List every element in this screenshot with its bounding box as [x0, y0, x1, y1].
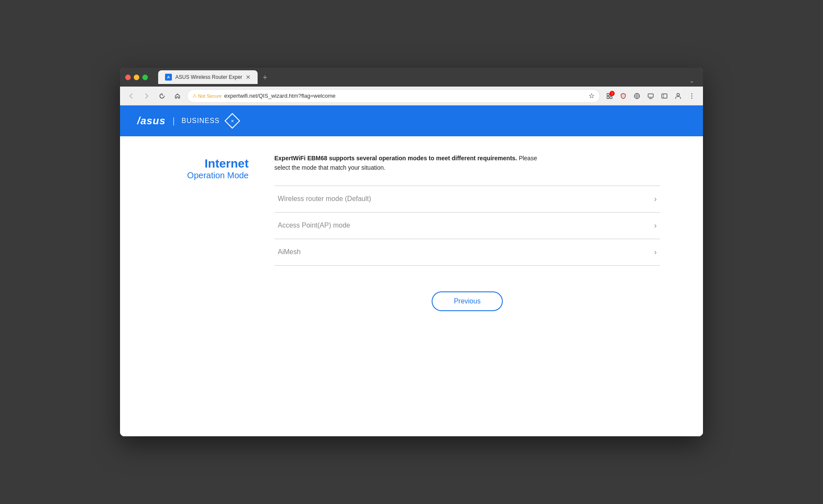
privacy-shield-icon: [620, 93, 627, 99]
browser-tab[interactable]: A ASUS Wireless Router Exper ✕: [158, 70, 258, 84]
mode-label-wireless-router: Wireless router mode (Default): [278, 195, 371, 203]
cast-icon[interactable]: [645, 90, 657, 102]
svg-point-8: [691, 93, 692, 94]
extensions-icon[interactable]: [604, 90, 616, 102]
section-title-internet: Internet: [163, 157, 249, 171]
titlebar: A ASUS Wireless Router Exper ✕ + ⌄: [120, 68, 703, 87]
page-content: /asus | BUSINESS ✕ Internet Operation Mo…: [120, 105, 703, 436]
svg-point-7: [677, 93, 679, 96]
main-content: Internet Operation Mode ExpertWiFi EBM68…: [120, 136, 703, 393]
asus-logo: /asus | BUSINESS ✕: [137, 115, 238, 127]
minimize-button[interactable]: [134, 75, 139, 80]
new-tab-button[interactable]: +: [259, 72, 271, 84]
profile-icon[interactable]: [672, 90, 684, 102]
home-button[interactable]: [171, 90, 183, 102]
asus-header: /asus | BUSINESS ✕: [120, 105, 703, 136]
maximize-button[interactable]: [142, 75, 148, 80]
warning-icon: ⚠: [192, 93, 197, 99]
browser-toolbar: ⚠ Not Secure expertwifi.net/QIS_wizard.h…: [120, 87, 703, 105]
panel-icon: [661, 93, 668, 99]
traffic-lights: [125, 75, 148, 80]
svg-rect-6: [662, 94, 667, 98]
shield-icon[interactable]: [617, 90, 629, 102]
tab-close-button[interactable]: ✕: [246, 74, 251, 81]
back-button[interactable]: [125, 90, 137, 102]
asus-brand-text: /asus: [137, 115, 165, 127]
svg-rect-5: [648, 94, 653, 97]
security-label: Not Secure: [198, 93, 222, 99]
three-dots-menu-icon: [688, 93, 695, 99]
tab-expand-icon[interactable]: ⌄: [689, 77, 694, 84]
toolbar-actions: [604, 90, 698, 102]
mode-list: Wireless router mode (Default) › Access …: [274, 186, 660, 266]
browser-window: A ASUS Wireless Router Exper ✕ + ⌄: [120, 68, 703, 436]
chevron-right-icon-aimesh: ›: [654, 248, 657, 257]
address-bar[interactable]: ⚠ Not Secure expertwifi.net/QIS_wizard.h…: [187, 89, 600, 103]
chevron-right-icon-ap: ›: [654, 221, 657, 230]
previous-button[interactable]: Previous: [432, 291, 503, 311]
section-title-mode: Operation Mode: [163, 171, 249, 180]
brand-divider: |: [172, 116, 174, 126]
tab-title: ASUS Wireless Router Exper: [175, 74, 242, 80]
mode-item-wireless-router[interactable]: Wireless router mode (Default) ›: [274, 186, 660, 213]
description-text: ExpertWiFi EBM68 supports several operat…: [274, 153, 540, 173]
svg-point-10: [691, 97, 692, 98]
button-area: Previous: [274, 291, 660, 311]
user-profile-icon: [675, 93, 682, 99]
mode-label-access-point: Access Point(AP) mode: [278, 222, 350, 229]
svg-rect-3: [610, 96, 612, 99]
security-indicator: ⚠ Not Secure: [192, 93, 222, 99]
forward-button[interactable]: [141, 90, 153, 102]
browser-chrome: A ASUS Wireless Router Exper ✕ + ⌄: [120, 68, 703, 105]
svg-rect-1: [610, 93, 612, 96]
business-label: BUSINESS: [182, 117, 220, 125]
description-bold: ExpertWiFi EBM68 supports several operat…: [274, 155, 517, 162]
url-display: expertwifi.net/QIS_wizard.htm?flag=welco…: [224, 93, 586, 99]
cast-screen-icon: [647, 93, 654, 99]
tab-favicon: A: [165, 74, 172, 81]
sidebar-icon[interactable]: [658, 90, 670, 102]
mode-item-aimesh[interactable]: AiMesh ›: [274, 239, 660, 266]
mode-item-access-point[interactable]: Access Point(AP) mode ›: [274, 213, 660, 239]
svg-rect-2: [607, 96, 609, 99]
svg-rect-0: [607, 93, 609, 96]
reload-icon: [159, 93, 165, 99]
reload-button[interactable]: [156, 90, 168, 102]
home-icon: [174, 93, 180, 99]
menu-icon[interactable]: [686, 90, 698, 102]
tab-bar: A ASUS Wireless Router Exper ✕ + ⌄: [155, 70, 698, 84]
back-icon: [128, 93, 134, 99]
close-button[interactable]: [125, 75, 131, 80]
svg-point-9: [691, 95, 692, 96]
mode-label-aimesh: AiMesh: [278, 248, 300, 256]
favicon-letter: A: [167, 75, 170, 79]
vpn-icon[interactable]: [631, 90, 643, 102]
left-panel: Internet Operation Mode: [163, 153, 266, 376]
bookmark-icon[interactable]: ☆: [589, 92, 595, 100]
asus-logo-diamond-icon: ✕: [224, 113, 240, 129]
extension-puzzle-icon: [606, 93, 613, 99]
forward-icon: [144, 93, 150, 99]
chevron-right-icon-wireless: ›: [654, 195, 657, 204]
globe-icon: [634, 93, 640, 99]
right-panel: ExpertWiFi EBM68 supports several operat…: [266, 153, 660, 376]
